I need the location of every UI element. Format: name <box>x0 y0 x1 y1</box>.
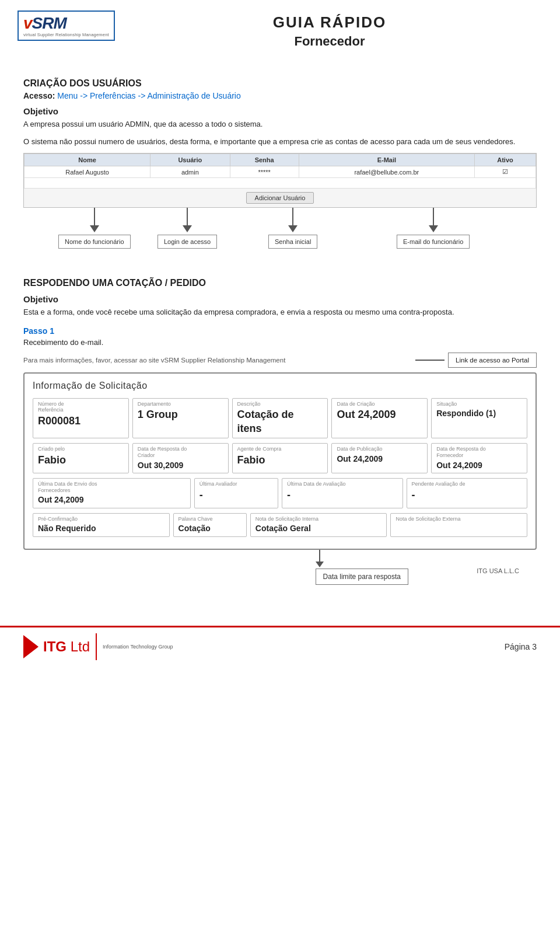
field-pendente-avaliacao: Pendente Avaliação de - <box>407 478 528 508</box>
header: vSRM virtual Supplier Relationship Manag… <box>0 0 560 55</box>
label-data-resposta-criador: Data de Resposta doCriador <box>138 446 223 459</box>
solicitacao-row4: Pré-Confirmação Não Requerido Palavra Ch… <box>33 513 527 537</box>
itg-usa-label: ITG USA L.L.C <box>477 567 519 574</box>
field-palavra-chave: Palavra Chave Cotação <box>173 513 247 537</box>
user-table-screenshot: Nome Usuário Senha E-Mail Ativo Rafael A… <box>23 153 537 208</box>
field-situacao: Situação Respondido (1) <box>431 398 527 439</box>
label-nome: Nome do funcionário <box>58 235 131 249</box>
label-data-resposta-fornecedor: Data de Resposta doFornecedor <box>436 446 522 459</box>
label-nota-interna: Nota de Solicitação Interna <box>256 516 382 522</box>
col-nome: Nome <box>24 154 150 166</box>
field-descricao: Descrição Cotação deitens <box>232 398 328 439</box>
callout-data-limite: Data limite para resposta <box>316 550 408 585</box>
user-table: Nome Usuário Senha E-Mail Ativo Rafael A… <box>24 154 536 189</box>
label-situacao: Situação <box>436 401 522 407</box>
solicitacao-row1: Número deReferência R000081 Departamento… <box>33 398 527 439</box>
label-ultima-data-avaliacao: Última Data de Avaliação <box>287 481 398 487</box>
value-nota-interna: Cotação Geral <box>256 523 382 533</box>
page-footer: ITG Ltd Information Technology Group Pág… <box>0 626 560 666</box>
col-usuario: Usuário <box>150 154 230 166</box>
section1-access: Acesso: Menu -> Preferências -> Administ… <box>23 91 537 100</box>
footer-itg-text: ITG Ltd <box>43 640 90 654</box>
section2-title: RESPODENDO UMA COTAÇÃO / PEDIDO <box>23 278 537 288</box>
col-ativo: Ativo <box>475 154 536 166</box>
table-row-empty <box>24 178 536 189</box>
arrow-email: E-mail do funcionário <box>397 208 470 249</box>
value-numero-ref: R000081 <box>38 414 124 428</box>
label-senha: Senha inicial <box>268 235 317 249</box>
section2-obj-text: Esta e a forma, onde você recebe uma sol… <box>23 306 537 318</box>
arrow-login: Login de acesso <box>158 208 217 249</box>
section1-obj-text2: O sistema não possui numero de usuários,… <box>23 136 537 148</box>
field-data-resposta-criador: Data de Resposta doCriador Out 30,2009 <box>132 443 229 473</box>
value-descricao: Cotação deitens <box>237 408 323 435</box>
data-limite-text: Data limite para resposta <box>323 573 401 581</box>
label-pendente-avaliacao: Pendente Avaliação de <box>412 481 523 487</box>
page-title-line2: Fornecedor <box>123 34 537 49</box>
vsrm-logo: vSRM <box>23 15 109 32</box>
footer-separator <box>96 633 97 660</box>
section-cotacao: RESPODENDO UMA COTAÇÃO / PEDIDO Objetivo… <box>23 278 537 602</box>
value-situacao: Respondido (1) <box>436 408 522 419</box>
value-data-resposta-fornecedor: Out 24,2009 <box>436 460 522 470</box>
step1-text: Recebimento do e-mail. <box>23 338 537 347</box>
value-data-resposta-criador: Out 30,2009 <box>138 460 223 470</box>
section1-title: CRIAÇÃO DOS USUÁRIOS <box>23 78 537 89</box>
footer-arrow-icon <box>23 635 41 658</box>
footer-logo: ITG Ltd Information Technology Group <box>23 633 173 660</box>
arrow-nome: Nome do funcionário <box>58 208 131 249</box>
label-criado-pelo: Criado pelo <box>38 446 124 452</box>
logo-srm: SRM <box>32 14 66 32</box>
section1-obj-title: Objetivo <box>23 106 537 116</box>
cell-usuario: admin <box>150 166 230 178</box>
solicitacao-row2: Criado pelo Fabio Data de Resposta doCri… <box>33 443 527 473</box>
field-agente-compra: Agente de Compra Fabio <box>232 443 328 473</box>
col-email: E-Mail <box>299 154 474 166</box>
main-content: CRIAÇÃO DOS USUÁRIOS Acesso: Menu -> Pre… <box>0 55 560 614</box>
field-nota-interna: Nota de Solicitação Interna Cotação Gera… <box>250 513 387 537</box>
section1-obj-text1: A empresa possui um usuário ADMIN, que d… <box>23 118 537 130</box>
label-ultima-data-envio: Última Data de Envio dosFornecedores <box>38 481 186 494</box>
access-path: Menu -> Preferências -> Administração de… <box>57 91 240 100</box>
label-data-publicacao: Data de Publicação <box>337 446 422 452</box>
footer-subtitle: Information Technology Group <box>103 644 173 650</box>
email-note-text: Para mais informações, favor, acessar ao… <box>23 357 412 364</box>
label-numero-ref: Número deReferência <box>38 401 124 414</box>
cell-nome: Rafael Augusto <box>24 166 150 178</box>
field-numero-ref: Número deReferência R000081 <box>33 398 129 439</box>
label-ultima-avaliador: Última Avaliador <box>200 481 273 487</box>
field-data-publicacao: Data de Publicação Out 24,2009 <box>331 443 428 473</box>
value-ultima-data-avaliacao: - <box>287 489 398 502</box>
header-title: GUIA RÁPIDO Fornecedor <box>123 11 537 49</box>
access-label: Acesso: <box>23 91 55 100</box>
section2-obj-title: Objetivo <box>23 294 537 304</box>
cell-ativo: ☑ <box>475 166 536 178</box>
solicitacao-row3: Última Data de Envio dosFornecedores Out… <box>33 478 527 508</box>
vsrm-logo-box: vSRM virtual Supplier Relationship Manag… <box>18 11 115 41</box>
email-note-row: Para mais informações, favor, acessar ao… <box>23 353 537 368</box>
cell-email: rafael@bellube.com.br <box>299 166 474 178</box>
link-label-box: Link de acesso ao Portal <box>448 353 537 368</box>
logo-v: v <box>23 14 32 32</box>
label-data-criacao: Data de Criação <box>337 401 422 407</box>
field-nota-externa: Nota de Solicitação Externa <box>390 513 527 537</box>
bottom-callout-area: Data limite para resposta ITG USA L.L.C <box>23 550 537 602</box>
footer-page: Página 3 <box>505 642 537 651</box>
add-user-button[interactable]: Adicionar Usuário <box>246 192 314 204</box>
value-departamento: 1 Group <box>138 408 223 421</box>
field-ultima-data-avaliacao: Última Data de Avaliação - <box>282 478 403 508</box>
label-email: E-mail do funcionário <box>397 235 470 249</box>
value-ultima-avaliador: - <box>200 489 273 502</box>
label-nota-externa: Nota de Solicitação Externa <box>396 516 522 522</box>
value-pendente-avaliacao: - <box>412 489 523 502</box>
field-ultima-avaliador: Última Avaliador - <box>194 478 278 508</box>
label-login: Login de acesso <box>158 235 217 249</box>
logo-subtitle: virtual Supplier Relationship Management <box>23 32 109 37</box>
cell-senha: ***** <box>230 166 299 178</box>
field-ultima-data-envio: Última Data de Envio dosFornecedores Out… <box>33 478 191 508</box>
field-departamento: Departamento 1 Group <box>132 398 229 439</box>
value-pre-confirmacao: Não Requerido <box>38 523 164 533</box>
footer-itg-bold: ITG Ltd <box>43 640 90 654</box>
value-ultima-data-envio: Out 24,2009 <box>38 494 186 505</box>
value-agente-compra: Fabio <box>237 454 323 467</box>
